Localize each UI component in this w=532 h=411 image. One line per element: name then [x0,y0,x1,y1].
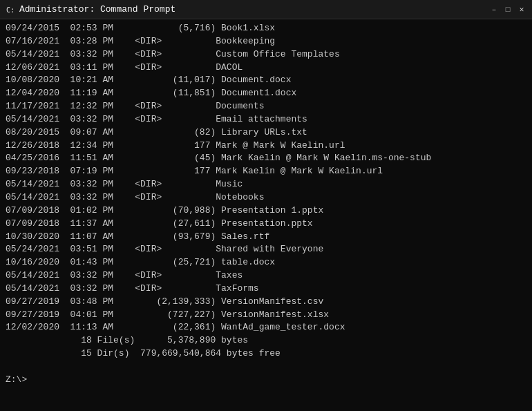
svg-text:C:: C: [6,6,15,14]
console-output: 09/24/2015 02:53 PM (5,716) Book1.xlsx 0… [0,19,532,411]
title-bar-left: C: Administrator: Command Prompt [6,4,175,15]
maximize-button[interactable]: □ [503,5,513,15]
title-bar: C: Administrator: Command Prompt – □ ✕ [0,0,532,19]
close-button[interactable]: ✕ [517,5,526,15]
cmd-icon: C: [6,5,15,15]
title-bar-controls[interactable]: – □ ✕ [489,5,526,15]
minimize-button[interactable]: – [489,5,499,15]
window-title: Administrator: Command Prompt [19,4,175,15]
